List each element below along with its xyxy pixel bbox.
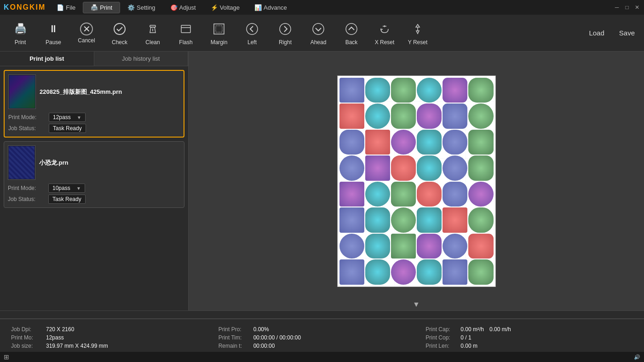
save-button[interactable]: Save: [614, 27, 640, 39]
status-dpi-row: Job Dpi: 720 X 2160: [11, 326, 218, 333]
print-mode-value: 10pass: [52, 185, 70, 191]
print-mode-dropdown[interactable]: 12pass ▼: [49, 113, 86, 122]
print-nav-icon: 🖨️: [91, 4, 98, 11]
nav-adjust[interactable]: 🎯 Adjust: [163, 2, 203, 13]
status-col-2: Print Pro: 0.00% Print Tim: 00:00:00 / 0…: [218, 326, 426, 349]
minimize-button[interactable]: ─: [614, 4, 620, 11]
left-icon: [244, 21, 260, 37]
svg-point-10: [346, 23, 357, 34]
preview-panel: ▼: [189, 52, 644, 310]
print-length-value: 0.00 m: [460, 343, 477, 349]
yreset-label: Y Reset: [408, 39, 427, 46]
status-mode-row: Print Mo: 12pass: [11, 334, 218, 341]
svg-rect-3: [181, 25, 190, 33]
yreset-button[interactable]: Y Reset: [401, 17, 434, 50]
pause-button[interactable]: ⏸ Pause: [37, 17, 70, 50]
advance-icon: 📊: [254, 4, 262, 11]
taskbar: ⊞ 🔊: [0, 352, 644, 362]
left-button[interactable]: Left: [236, 17, 269, 50]
print-copies-value: 0 / 1: [460, 334, 471, 341]
status-size-row: Job size: 319.97 mm X 424.99 mm: [11, 343, 218, 349]
status-capacity-row: Print Cap: 0.00 m²/h 0.00 m/h: [426, 326, 633, 333]
xreset-button[interactable]: X Reset: [368, 17, 401, 50]
nav-voltage[interactable]: ⚡ Voltage: [203, 2, 247, 13]
nav-voltage-label: Voltage: [220, 4, 240, 11]
job-item[interactable]: 220825_排版新图_425mm.prn Print Mode: 12pass…: [4, 70, 184, 138]
margin-button[interactable]: Margin: [202, 17, 236, 50]
print-mode-label: Print Mode:: [8, 114, 45, 121]
ahead-button[interactable]: Ahead: [302, 17, 335, 50]
check-button[interactable]: Check: [103, 17, 136, 50]
status-copies-row: Print Cop: 0 / 1: [426, 334, 633, 341]
close-button[interactable]: ✕: [634, 4, 640, 11]
job-size-value: 319.97 mm X 424.99 mm: [46, 343, 108, 349]
nav-advance-label: Advance: [264, 4, 287, 11]
nav-setting[interactable]: ⚙️ Setting: [120, 2, 162, 13]
print-icon: 🖨️: [12, 21, 29, 37]
job-item[interactable]: 小恐龙.prn Print Mode: 10pass ▼ Job Status:…: [4, 141, 184, 208]
job-size-label: Job size:: [11, 343, 44, 349]
print-time-label: Print Tim:: [218, 334, 252, 341]
pause-icon: ⏸: [45, 21, 62, 37]
status-col-3: Print Cap: 0.00 m²/h 0.00 m/h Print Cop:…: [426, 326, 633, 349]
svg-marker-12: [416, 31, 419, 34]
right-button[interactable]: Right: [269, 17, 302, 50]
status-text: Task Ready: [53, 125, 82, 132]
load-button[interactable]: Load: [583, 27, 610, 39]
toolbar: 🖨️ Print ⏸ Pause ✕ Cancel Check Clean Fl…: [0, 15, 644, 52]
clean-button[interactable]: Clean: [136, 17, 169, 50]
tab-bar: Print job list Job history list: [0, 52, 188, 66]
job-mode-row: Print Mode: 10pass ▼: [8, 184, 180, 193]
back-icon: [343, 21, 360, 37]
margin-label: Margin: [211, 39, 228, 46]
right-label: Right: [279, 39, 292, 46]
svg-rect-6: [216, 26, 222, 32]
back-button[interactable]: Back: [335, 17, 368, 50]
dropdown-arrow-icon: ▼: [77, 115, 81, 120]
print-length-label: Print Len:: [426, 343, 459, 349]
job-status-row: Job Status: Task Ready: [8, 195, 180, 204]
window-controls: ─ □ ✕: [614, 4, 640, 11]
job-header: 220825_排版新图_425mm.prn: [8, 75, 180, 109]
tab-print-job-list[interactable]: Print job list: [0, 52, 94, 66]
job-thumbnail: [8, 145, 35, 180]
preview-image: [338, 76, 495, 287]
flash-button[interactable]: Flash: [169, 17, 202, 50]
cancel-button[interactable]: ✕ Cancel: [70, 17, 103, 50]
print-button[interactable]: 🖨️ Print: [4, 17, 37, 50]
status-time-row: Print Tim: 00:00:00 / 00:00:00: [218, 334, 426, 341]
status-length-row: Print Len: 0.00 m: [426, 343, 633, 349]
title-bar: KONGKIM 📄 File 🖨️ Print ⚙️ Setting 🎯 Adj…: [0, 0, 644, 15]
nav-setting-label: Setting: [137, 4, 155, 11]
title-bar-left: KONGKIM 📄 File 🖨️ Print ⚙️ Setting 🎯 Adj…: [4, 2, 294, 13]
job-status-value: Task Ready: [49, 124, 86, 133]
job-header: 小恐龙.prn: [8, 145, 180, 180]
job-status-label: Job Status:: [8, 125, 45, 132]
setting-icon: ⚙️: [127, 4, 135, 11]
dropdown-arrow-icon: ▼: [76, 186, 81, 191]
status-bar: Job Dpi: 720 X 2160 Print Mo: 12pass Job…: [0, 319, 644, 356]
divider-row: [0, 310, 644, 319]
cancel-icon: ✕: [80, 23, 93, 35]
print-label: Print: [15, 39, 26, 46]
voltage-icon: ⚡: [211, 4, 218, 11]
nav-file-label: File: [66, 4, 75, 11]
nav-print[interactable]: 🖨️ Print: [83, 2, 120, 13]
print-mode-label: Print Mode:: [8, 185, 45, 191]
nav-advance[interactable]: 📊 Advance: [247, 2, 294, 13]
job-fields: Print Mode: 12pass ▼ Job Status: Task Re…: [8, 113, 180, 133]
status-remain-row: Remain t: 00:00:00: [218, 343, 426, 349]
tab-job-history-list[interactable]: Job history list: [94, 52, 189, 66]
left-label: Left: [247, 39, 257, 46]
windows-icon[interactable]: ⊞: [4, 353, 9, 361]
print-capacity-value: 0.00 m²/h: [460, 326, 484, 333]
job-filename: 220825_排版新图_425mm.prn: [40, 88, 180, 96]
nav-bar: 📄 File 🖨️ Print ⚙️ Setting 🎯 Adjust ⚡ Vo…: [49, 2, 294, 13]
ahead-label: Ahead: [310, 39, 327, 46]
print-mode-dropdown[interactable]: 10pass ▼: [48, 184, 85, 193]
toolbar-right: Load Save: [583, 27, 640, 39]
nav-file[interactable]: 📄 File: [49, 2, 83, 13]
maximize-button[interactable]: □: [624, 4, 630, 11]
app-logo: KONGKIM: [4, 3, 46, 11]
svg-rect-5: [214, 24, 224, 34]
